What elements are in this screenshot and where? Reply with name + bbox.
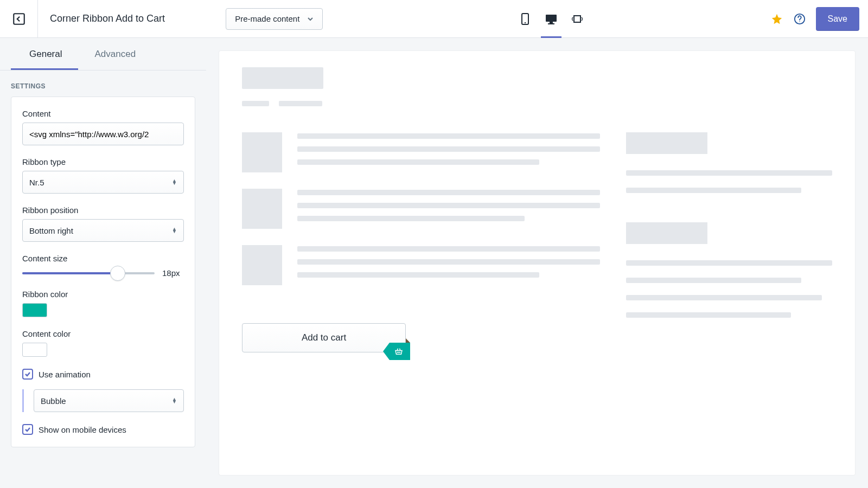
- placeholder-box: [626, 222, 707, 244]
- field-content-color: Content color: [22, 329, 184, 357]
- ribbon-type-label: Ribbon type: [22, 157, 184, 166]
- help-icon: [794, 13, 806, 25]
- topbar-actions: Save: [770, 0, 859, 38]
- preview-canvas: Add to cart: [219, 51, 855, 475]
- desktop-icon: [545, 14, 557, 24]
- page-title: Corner Ribbon Add to Cart: [38, 13, 177, 24]
- content-size-label: Content size: [22, 254, 184, 263]
- ribbon-type-select[interactable]: Nr.5 ▲▼: [22, 171, 184, 194]
- main-layout: General Advanced SETTINGS Content Ribbon…: [0, 38, 868, 488]
- preview-pane: Add to cart: [206, 38, 868, 488]
- mobile-icon: [520, 13, 530, 25]
- back-icon: [12, 12, 26, 26]
- placeholder-box: [626, 132, 707, 154]
- animation-nested: Bubble ▲▼: [22, 389, 184, 412]
- content-input[interactable]: [29, 130, 177, 139]
- updown-icon: ▲▼: [172, 179, 177, 185]
- placeholder-item: [242, 189, 600, 229]
- svg-rect-4: [550, 22, 553, 23]
- updown-icon: ▲▼: [172, 228, 177, 233]
- content-input-wrap: [22, 123, 184, 145]
- content-color-swatch[interactable]: [22, 343, 47, 357]
- slider-fill: [22, 272, 118, 274]
- check-icon: [24, 371, 31, 377]
- ribbon-position-select[interactable]: Bottom right ▲▼: [22, 219, 184, 242]
- slider-value: 18px: [162, 268, 184, 278]
- svg-point-8: [799, 21, 800, 22]
- topbar: Corner Ribbon Add to Cart Pre-made conte…: [0, 0, 868, 38]
- placeholder-item: [242, 245, 600, 285]
- help-button[interactable]: [793, 12, 806, 25]
- basket-icon: [394, 346, 404, 356]
- tab-advanced[interactable]: Advanced: [78, 38, 152, 70]
- svg-rect-3: [546, 15, 557, 22]
- slider-track[interactable]: [22, 272, 155, 274]
- content-label: Content: [22, 109, 184, 118]
- field-content: Content: [22, 109, 184, 145]
- show-mobile-label: Show on mobile devices: [39, 425, 126, 434]
- viewport-switcher: [518, 0, 584, 38]
- settings-sidebar: General Advanced SETTINGS Content Ribbon…: [0, 38, 206, 488]
- placeholder-item: [242, 132, 600, 172]
- svg-rect-0: [14, 14, 24, 24]
- field-ribbon-color: Ribbon color: [22, 290, 184, 317]
- field-content-size: Content size 18px: [22, 254, 184, 278]
- settings-tabs: General Advanced: [0, 38, 206, 70]
- placeholder-title: [242, 67, 323, 89]
- back-button[interactable]: [0, 0, 38, 38]
- premade-content-dropdown[interactable]: Pre-made content: [226, 8, 323, 30]
- placeholder-chips: [242, 101, 832, 106]
- show-mobile-checkbox[interactable]: [22, 424, 33, 435]
- star-button[interactable]: [770, 12, 783, 25]
- tab-general[interactable]: General: [0, 38, 78, 70]
- star-icon: [771, 13, 783, 25]
- content-size-slider[interactable]: 18px: [22, 268, 184, 278]
- add-to-cart-preview: Add to cart: [242, 323, 406, 352]
- ribbon-color-label: Ribbon color: [22, 290, 184, 299]
- svg-rect-5: [548, 23, 554, 24]
- ribbon-position-label: Ribbon position: [22, 206, 184, 215]
- use-animation-checkbox[interactable]: [22, 369, 33, 380]
- updown-icon: ▲▼: [172, 398, 177, 403]
- settings-card: Content Ribbon type Nr.5 ▲▼ Ribbon posit…: [11, 97, 195, 447]
- check-icon: [24, 426, 31, 433]
- content-color-label: Content color: [22, 329, 184, 338]
- add-to-cart-button[interactable]: Add to cart: [242, 323, 406, 352]
- save-button[interactable]: Save: [816, 7, 859, 31]
- slider-thumb[interactable]: [110, 266, 125, 281]
- desktop-view-button[interactable]: [544, 0, 558, 38]
- field-ribbon-position: Ribbon position Bottom right ▲▼: [22, 206, 184, 242]
- show-mobile-checkbox-row: Show on mobile devices: [22, 424, 184, 435]
- ribbon-fold: [406, 338, 410, 343]
- settings-heading: SETTINGS: [0, 70, 206, 97]
- placeholder-rows: Add to cart: [242, 132, 832, 352]
- animation-type-select[interactable]: Bubble ▲▼: [34, 389, 184, 412]
- use-animation-label: Use animation: [39, 370, 91, 379]
- chevron-down-icon: [307, 16, 314, 22]
- fullwidth-view-button[interactable]: [570, 0, 584, 38]
- premade-label: Pre-made content: [235, 14, 299, 23]
- svg-rect-6: [574, 16, 580, 22]
- field-ribbon-type: Ribbon type Nr.5 ▲▼: [22, 157, 184, 194]
- mobile-view-button[interactable]: [518, 0, 532, 38]
- expand-icon: [572, 14, 583, 24]
- ribbon-color-swatch[interactable]: [22, 303, 47, 317]
- use-animation-checkbox-row: Use animation: [22, 369, 184, 380]
